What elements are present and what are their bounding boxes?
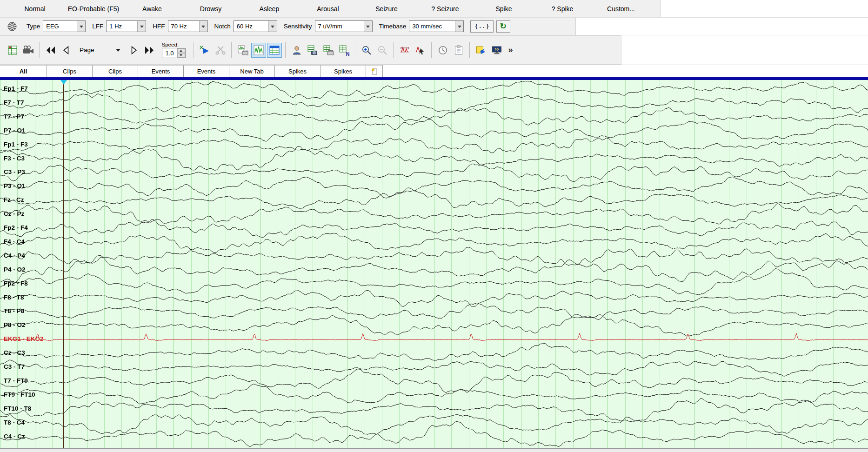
lff-select[interactable]: 1 Hz xyxy=(106,20,146,32)
hff-select[interactable]: 70 Hz xyxy=(168,20,208,32)
channel-label[interactable]: C3 - P3 xyxy=(4,168,25,175)
channel-label[interactable]: P7 - O1 xyxy=(4,127,26,134)
channel-label[interactable]: T8 - C4 xyxy=(4,419,25,426)
rewind-button[interactable] xyxy=(43,43,58,58)
channel-label[interactable]: Fp2 - F8 xyxy=(4,280,28,287)
classification-item[interactable]: Asleep xyxy=(240,5,299,13)
classification-item[interactable]: ? Spike xyxy=(533,5,592,13)
chevron-down-icon[interactable] xyxy=(364,21,372,32)
channel-label[interactable]: T7 - FT9 xyxy=(4,377,28,384)
channel-label[interactable]: F8 - T8 xyxy=(4,294,24,301)
spike-detection-view-button[interactable] xyxy=(251,43,266,58)
channel-label[interactable]: T8 - P8 xyxy=(4,307,24,314)
speed-down-button[interactable] xyxy=(177,53,185,58)
classification-item[interactable]: Awake xyxy=(123,5,181,13)
channel-label[interactable]: Cz - Pz xyxy=(4,210,24,217)
channel-label[interactable]: FT10 - T8 xyxy=(4,405,31,412)
classification-item[interactable]: ? Seizure xyxy=(416,5,474,13)
goto-note-button[interactable] xyxy=(474,43,488,58)
time-cursor[interactable] xyxy=(63,80,64,448)
timebase-label: Timebase xyxy=(379,23,407,30)
channel-label[interactable]: Fp1 - F7 xyxy=(4,85,28,92)
trend-grid-view-button[interactable] xyxy=(267,43,282,58)
print-grid-button[interactable] xyxy=(321,43,336,58)
channel-label[interactable]: Cz - C3 xyxy=(4,349,25,356)
snapshot-button[interactable] xyxy=(305,43,320,58)
fast-forward-button[interactable] xyxy=(142,43,157,58)
measure-spike-button[interactable] xyxy=(397,43,412,58)
annotation-button[interactable]: N xyxy=(337,43,352,58)
play-clip-button[interactable] xyxy=(197,43,212,58)
channel-label[interactable]: P3 - O1 xyxy=(4,182,26,189)
chevron-down-icon[interactable] xyxy=(455,21,463,32)
channel-label[interactable]: C3 - T7 xyxy=(4,363,25,370)
timebase-select[interactable]: 30 mm/sec xyxy=(409,20,464,32)
channel-label[interactable]: F4 - C4 xyxy=(4,238,25,245)
channel-label[interactable]: Fp1 - F3 xyxy=(4,141,28,148)
chevron-down-icon[interactable] xyxy=(116,49,120,54)
refresh-button[interactable]: ↻ xyxy=(496,20,510,33)
zoom-in-button[interactable] xyxy=(359,43,374,58)
type-select[interactable]: EEG xyxy=(43,20,86,32)
chevron-down-icon[interactable] xyxy=(137,21,146,32)
speed-spinner[interactable]: 1.0 xyxy=(162,48,186,58)
tab-new-tab[interactable]: New Tab xyxy=(229,65,275,77)
speed-up-button[interactable] xyxy=(177,48,185,53)
step-forward-button[interactable] xyxy=(126,43,141,58)
channel-label[interactable]: Fz - Cz xyxy=(4,196,24,203)
sensitivity-select[interactable]: 7 uV/mm xyxy=(315,20,373,32)
channel-label[interactable]: C4 - Cz xyxy=(4,433,25,440)
remote-monitor-button[interactable] xyxy=(489,43,504,58)
prune-clip-button[interactable] xyxy=(213,43,228,58)
channel-label[interactable]: P8 - O2 xyxy=(4,321,26,328)
braces-settings-button[interactable]: {..} xyxy=(470,20,493,33)
clock-button[interactable] xyxy=(435,43,450,58)
notch-label: Notch xyxy=(214,23,231,30)
bottom-scrollbar[interactable] xyxy=(0,448,868,452)
classification-item[interactable]: EO-Probable (F5) xyxy=(64,5,123,13)
patient-video-icon xyxy=(291,45,302,56)
toolbar-overflow-button[interactable]: » xyxy=(508,45,513,55)
classification-item[interactable]: Normal xyxy=(6,5,64,13)
tab-spikes-1[interactable]: Spikes xyxy=(275,65,320,77)
tab-all[interactable]: All xyxy=(0,65,47,77)
zoom-in-icon xyxy=(361,45,372,56)
channel-label[interactable]: FT9 - FT10 xyxy=(4,391,35,398)
chevron-down-icon[interactable] xyxy=(268,21,277,32)
classification-item[interactable]: Drowsy xyxy=(181,5,240,13)
time-cursor-marker[interactable] xyxy=(60,80,67,85)
lff-label: LFF xyxy=(92,23,103,30)
add-tab-button[interactable] xyxy=(366,65,383,77)
tab-clips-2[interactable]: Clips xyxy=(93,65,138,77)
classification-item[interactable]: Seizure xyxy=(357,5,416,13)
channel-label[interactable]: F7 - T7 xyxy=(4,99,24,106)
page-dropdown[interactable]: Page xyxy=(76,44,124,57)
classification-item[interactable]: Custom... xyxy=(592,5,650,13)
notes-button[interactable] xyxy=(451,43,466,58)
notch-select[interactable]: 60 Hz xyxy=(234,20,277,32)
step-back-button[interactable] xyxy=(59,43,74,58)
tab-events-2[interactable]: Events xyxy=(184,65,229,77)
workspace-button[interactable] xyxy=(5,43,20,58)
channel-label[interactable]: P4 - O2 xyxy=(4,266,26,273)
tab-spikes-2[interactable]: Spikes xyxy=(320,65,366,77)
mark-spike-button[interactable] xyxy=(413,43,428,58)
channel-label[interactable]: Fp2 - F4 xyxy=(4,224,28,231)
zoom-out-button[interactable] xyxy=(375,43,390,58)
patient-video-button[interactable] xyxy=(289,43,304,58)
chevron-down-icon[interactable] xyxy=(199,21,207,32)
tab-events-1[interactable]: Events xyxy=(138,65,184,77)
channel-label[interactable]: T7 - P7 xyxy=(4,113,24,120)
channel-label[interactable]: F3 - C3 xyxy=(4,155,25,162)
video-review-button[interactable] xyxy=(21,43,36,58)
print-eeg-button[interactable] xyxy=(235,43,250,58)
chevron-down-icon[interactable] xyxy=(77,21,85,32)
classification-item[interactable]: Spike xyxy=(474,5,533,13)
classification-item[interactable]: Arousal xyxy=(299,5,357,13)
eeg-trace-canvas[interactable] xyxy=(0,80,868,448)
channel-label[interactable]: C4 - P4 xyxy=(4,252,25,259)
tab-clips-1[interactable]: Clips xyxy=(47,65,93,77)
head-map-button[interactable] xyxy=(5,19,20,34)
channel-label[interactable]: EKG1 - EKG2 xyxy=(4,335,44,342)
toolbar-separator xyxy=(193,42,194,58)
